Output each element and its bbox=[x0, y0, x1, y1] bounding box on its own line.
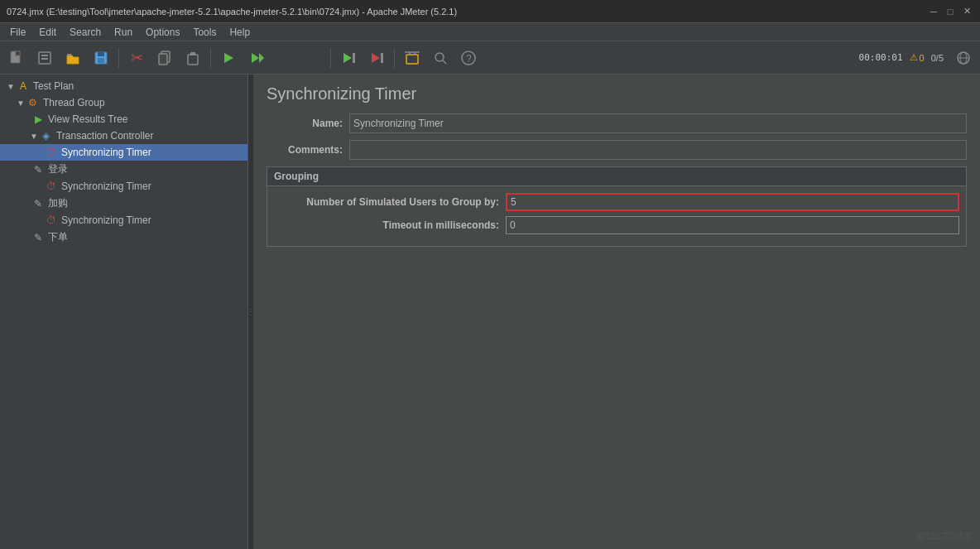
svg-rect-19 bbox=[406, 55, 418, 64]
svg-rect-18 bbox=[381, 53, 383, 63]
start-no-pauses-button[interactable] bbox=[243, 45, 270, 71]
tree-item-add-cart[interactable]: ✎ 加购 bbox=[0, 195, 247, 212]
clear-all-button[interactable] bbox=[399, 45, 425, 71]
tree-label-sync-timer-2: Synchronizing Timer bbox=[61, 181, 151, 192]
copy-button[interactable] bbox=[151, 45, 178, 71]
menu-bar: File Edit Search Run Options Tools Help bbox=[0, 23, 980, 41]
menu-tools[interactable]: Tools bbox=[186, 25, 223, 40]
shutdown-button[interactable] bbox=[300, 45, 326, 71]
toolbar-separator-2 bbox=[210, 48, 211, 68]
tree-item-thread-group[interactable]: ▼ ⚙ Thread Group bbox=[0, 94, 247, 111]
name-label: Name: bbox=[267, 118, 349, 129]
checkout-icon: ✎ bbox=[31, 231, 45, 244]
save-button[interactable] bbox=[88, 45, 114, 71]
svg-line-24 bbox=[443, 60, 446, 64]
toolbar-separator-3 bbox=[330, 48, 331, 68]
open-button[interactable] bbox=[60, 45, 86, 71]
content-area: Synchronizing Timer Name: Comments: Grou… bbox=[253, 75, 980, 257]
tree-label-login: 登录 bbox=[48, 162, 68, 176]
start-button[interactable] bbox=[215, 45, 242, 71]
svg-rect-4 bbox=[41, 58, 48, 60]
comments-input[interactable] bbox=[349, 140, 967, 160]
main-area: ▼ A Test Plan ▼ ⚙ Thread Group ▶ View Re… bbox=[0, 75, 980, 549]
tree-label-checkout: 下单 bbox=[48, 230, 68, 244]
title-bar: 0724.jmx (E:\testing\Tool\jmeter\apache-… bbox=[0, 0, 980, 23]
tree-label-test-plan: Test Plan bbox=[33, 80, 74, 92]
close-button[interactable]: ✕ bbox=[960, 5, 973, 18]
menu-search[interactable]: Search bbox=[63, 25, 108, 40]
remote-hosts-button[interactable] bbox=[950, 45, 977, 71]
comments-label: Comments: bbox=[267, 144, 349, 156]
users-label: Number of Simulated Users to Group by: bbox=[274, 196, 506, 208]
menu-help[interactable]: Help bbox=[223, 25, 257, 40]
add-cart-icon: ✎ bbox=[31, 197, 45, 210]
timeout-label: Timeout in milliseconds: bbox=[274, 219, 506, 231]
name-row: Name: bbox=[267, 113, 967, 133]
tree-item-sync-timer-2[interactable]: ⏱ Synchronizing Timer bbox=[0, 178, 247, 195]
svg-marker-13 bbox=[252, 53, 259, 63]
menu-run[interactable]: Run bbox=[108, 25, 139, 40]
cut-button[interactable]: ✂ bbox=[123, 45, 150, 71]
tree-area: ▼ A Test Plan ▼ ⚙ Thread Group ▶ View Re… bbox=[0, 75, 247, 249]
tree-item-sync-timer-3[interactable]: ⏱ Synchronizing Timer bbox=[0, 212, 247, 229]
svg-rect-6 bbox=[98, 52, 104, 56]
tree-item-view-results[interactable]: ▶ View Results Tree bbox=[0, 111, 247, 128]
svg-rect-10 bbox=[188, 55, 198, 65]
panel-title: Synchronizing Timer bbox=[267, 84, 967, 104]
right-panel: Synchronizing Timer Name: Comments: Grou… bbox=[253, 75, 980, 549]
watermark: @51CTO博客 bbox=[917, 530, 973, 542]
svg-rect-16 bbox=[353, 53, 355, 63]
tree-arrow-test-plan: ▼ bbox=[7, 82, 15, 91]
warning-count: 0 bbox=[920, 53, 925, 63]
toolbar-right: 00:00:01 ⚠ 0 0/5 bbox=[859, 45, 977, 71]
sync-timer-3-icon: ⏱ bbox=[45, 214, 58, 227]
toolbar: ✂ bbox=[0, 41, 980, 75]
svg-rect-7 bbox=[98, 58, 104, 63]
transaction-icon: ◈ bbox=[40, 129, 53, 142]
sync-timer-2-icon: ⏱ bbox=[45, 180, 58, 193]
help-button[interactable]: ? bbox=[455, 45, 482, 71]
toolbar-separator-4 bbox=[394, 48, 395, 68]
users-group-row: Number of Simulated Users to Group by: bbox=[274, 193, 959, 211]
tree-label-add-cart: 加购 bbox=[48, 196, 68, 210]
new-button[interactable] bbox=[3, 45, 30, 71]
remote-start-button[interactable] bbox=[335, 45, 362, 71]
name-input[interactable] bbox=[349, 113, 967, 133]
timeout-input[interactable] bbox=[506, 216, 959, 234]
tree-item-sync-timer-1[interactable]: ⏱ Synchronizing Timer bbox=[0, 144, 247, 161]
tree-label-thread-group: Thread Group bbox=[43, 97, 105, 108]
tree-label-transaction-controller: Transaction Controller bbox=[56, 130, 154, 142]
svg-text:?: ? bbox=[466, 53, 472, 65]
tree-item-login[interactable]: ✎ 登录 bbox=[0, 161, 247, 178]
tree-label-sync-timer-3: Synchronizing Timer bbox=[61, 214, 151, 226]
grouping-body: Number of Simulated Users to Group by: T… bbox=[267, 186, 966, 246]
paste-button[interactable] bbox=[180, 45, 206, 71]
timeout-group-row: Timeout in milliseconds: bbox=[274, 216, 959, 234]
svg-marker-14 bbox=[259, 53, 264, 63]
menu-file[interactable]: File bbox=[3, 25, 32, 40]
menu-edit[interactable]: Edit bbox=[32, 25, 63, 40]
tree-item-test-plan[interactable]: ▼ A Test Plan bbox=[0, 78, 247, 94]
remote-stop-button[interactable] bbox=[363, 45, 390, 71]
browse-button[interactable] bbox=[427, 45, 454, 71]
tree-item-transaction-controller[interactable]: ▼ ◈ Transaction Controller bbox=[0, 128, 247, 144]
warning-icon: ⚠ bbox=[910, 52, 918, 63]
minimize-button[interactable]: ─ bbox=[927, 5, 940, 18]
grouping-header: Grouping bbox=[267, 167, 966, 186]
grouping-section: Grouping Number of Simulated Users to Gr… bbox=[267, 166, 967, 247]
svg-rect-3 bbox=[41, 55, 48, 56]
maximize-button[interactable]: □ bbox=[944, 5, 957, 18]
timer-display: 00:00:01 bbox=[859, 52, 903, 63]
svg-rect-9 bbox=[159, 54, 167, 65]
tree-item-checkout[interactable]: ✎ 下单 bbox=[0, 229, 247, 246]
svg-point-23 bbox=[435, 53, 444, 61]
test-plan-icon: A bbox=[17, 79, 30, 93]
comments-row: Comments: bbox=[267, 140, 967, 160]
templates-button[interactable] bbox=[31, 45, 58, 71]
svg-marker-15 bbox=[343, 53, 352, 63]
counter-badge: 0/5 bbox=[931, 53, 944, 63]
stop-button[interactable] bbox=[271, 45, 298, 71]
menu-options[interactable]: Options bbox=[139, 25, 186, 40]
toolbar-separator-1 bbox=[118, 48, 119, 68]
users-input[interactable] bbox=[506, 193, 959, 211]
